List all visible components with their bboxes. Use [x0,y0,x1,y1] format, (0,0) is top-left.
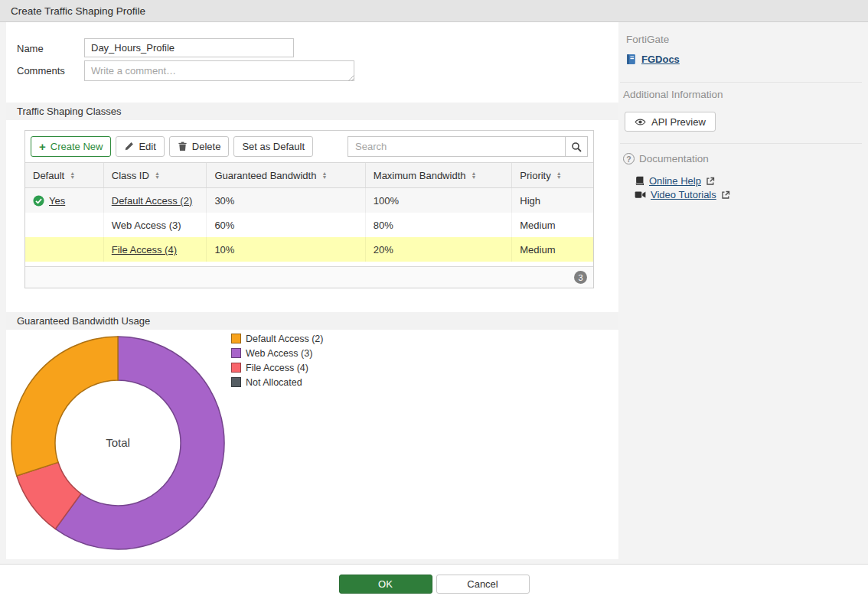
donut-segment [11,337,118,476]
document-icon [625,54,637,65]
delete-label: Delete [192,141,221,152]
video-tutorials-link[interactable]: Video Tutorials [651,189,716,200]
delete-button[interactable]: Delete [169,136,230,157]
search-box [348,136,588,157]
default-yes-link[interactable]: Yes [49,195,65,207]
legend-swatch [231,348,241,358]
sort-icon: ▲▼ [155,171,160,179]
create-new-button[interactable]: + Create New [31,136,111,157]
maximum-value: 80% [374,220,393,231]
sort-icon: ▲▼ [70,171,75,179]
set-as-default-button[interactable]: Set as Default [233,136,313,157]
external-link-icon [706,177,715,186]
set-as-default-label: Set as Default [242,141,305,152]
legend-swatch [231,363,241,373]
default-cell: Yes [25,188,104,213]
documentation-row: ? Documentation [623,153,709,164]
column-header-priority[interactable]: Priority ▲▼ [512,163,593,187]
trash-icon [178,142,188,151]
legend-item: File Access (4) [231,360,323,375]
ok-button[interactable]: OK [339,575,432,594]
external-link-icon [721,190,730,200]
priority-value: High [520,195,540,207]
search-input[interactable] [348,136,566,157]
table-row-highlighted[interactable]: File Access (4) 10% 20% Medium [25,237,593,262]
traffic-shaping-classes-section-header: Traffic Shaping Classes [6,103,618,120]
api-preview-button[interactable]: API Preview [625,112,716,132]
additional-information-label: Additional Information [623,89,723,100]
online-help-link[interactable]: Online Help [649,175,701,187]
comments-label: Comments [17,65,65,77]
default-cell [25,213,104,237]
section-title: Guaranteed Bandwidth Usage [17,315,150,327]
legend-item: Default Access (2) [231,331,323,346]
pencil-icon [124,142,134,151]
chart-legend: Default Access (2) Web Access (3) File A… [231,331,323,389]
sidebar-divider [620,82,862,83]
table-footer: 3 [25,266,593,288]
section-title: Traffic Shaping Classes [17,106,122,117]
dialog-titlebar: Create Traffic Shaping Profile [0,0,868,22]
sort-icon: ▲▼ [321,171,327,179]
guaranteed-value: 10% [214,244,234,256]
class-id-text[interactable]: Web Access (3) [112,220,181,231]
online-help-row: Online Help [635,175,715,187]
table-header-row: Default ▲▼ Class ID ▲▼ Guaranteed Bandwi… [25,162,593,188]
page-title: Create Traffic Shaping Profile [11,5,145,17]
table-toolbar: + Create New Edit Delete Set as Default [25,131,593,162]
search-icon [571,142,582,152]
dialog-footer: OK Cancel [0,564,868,599]
plus-icon: + [39,141,46,152]
video-tutorials-row: Video Tutorials [635,189,730,200]
table-row[interactable]: Web Access (3) 60% 80% Medium [25,213,593,237]
eye-icon [635,118,646,126]
search-button[interactable] [566,136,588,157]
priority-value: Medium [520,220,555,231]
fortigate-section-label: FortiGate [626,34,669,45]
column-header-maximum-bandwidth[interactable]: Maximum Bandwidth ▲▼ [366,163,512,187]
priority-value: Medium [520,244,555,256]
api-preview-label: API Preview [651,116,706,128]
edit-label: Edit [139,141,155,152]
edit-button[interactable]: Edit [116,136,164,157]
cancel-button[interactable]: Cancel [436,575,530,594]
row-count-badge: 3 [574,271,587,284]
maximum-value: 100% [374,195,399,207]
column-header-class-id[interactable]: Class ID ▲▼ [104,163,207,187]
main-panel: Name Comments Traffic Shaping Classes + … [6,22,618,559]
table-body: Yes Default Access (2) 30% 100% High Web… [25,188,593,262]
create-new-label: Create New [51,141,103,152]
fgdocs-link[interactable]: FGDocs [641,54,680,65]
comments-input[interactable] [84,60,354,81]
legend-item: Web Access (3) [231,346,323,360]
question-circle-icon: ? [623,153,635,164]
column-header-default[interactable]: Default ▲▼ [25,163,104,187]
check-circle-icon [33,195,44,207]
book-icon [635,176,644,186]
maximum-value: 20% [374,244,393,256]
traffic-classes-table: + Create New Edit Delete Set as Default [24,130,594,288]
guaranteed-value: 60% [214,220,234,231]
fgdocs-row: FGDocs [625,54,680,65]
chart-center-label: Total [106,436,130,449]
default-cell [25,237,104,262]
class-id-link[interactable]: File Access (4) [112,244,177,256]
column-header-guaranteed-bandwidth[interactable]: Guaranteed Bandwidth ▲▼ [207,163,365,187]
legend-swatch [231,334,241,343]
documentation-label: Documentation [639,153,709,164]
table-row[interactable]: Yes Default Access (2) 30% 100% High [25,188,593,213]
sort-icon: ▲▼ [471,171,476,179]
name-label: Name [17,43,44,54]
sidebar-divider [620,143,862,144]
class-id-link[interactable]: Default Access (2) [112,195,193,207]
legend-item: Not Allocated [231,375,323,389]
legend-swatch [231,377,241,387]
bandwidth-donut-chart: Total [6,331,230,555]
bandwidth-usage-section-header: Guaranteed Bandwidth Usage [6,312,618,330]
guaranteed-value: 30% [214,195,234,207]
sort-icon: ▲▼ [556,171,562,179]
name-input[interactable] [84,38,294,57]
video-camera-icon [635,190,646,199]
